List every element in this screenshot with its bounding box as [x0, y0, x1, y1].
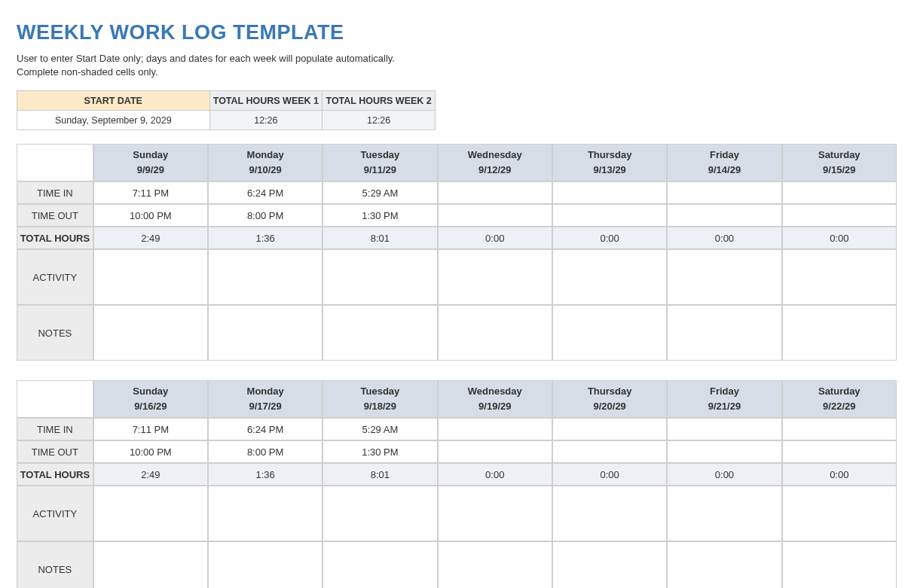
- instructions: User to enter Start Date only; days and …: [17, 52, 897, 78]
- time_in-cell[interactable]: 5:29 AM: [322, 418, 437, 440]
- time_in-cell[interactable]: 6:24 PM: [208, 181, 322, 204]
- total-cell: 1:36: [208, 227, 322, 249]
- day-header: Monday: [208, 380, 322, 399]
- time_out-cell[interactable]: [438, 204, 552, 227]
- activity-cell[interactable]: [667, 486, 781, 541]
- activity-cell[interactable]: [782, 486, 897, 541]
- notes-cell[interactable]: [438, 305, 552, 361]
- date-header: 9/21/29: [667, 399, 781, 418]
- start-date-cell[interactable]: Sunday, September 9, 2029: [17, 111, 210, 130]
- row-label-time_in: TIME IN: [17, 181, 93, 204]
- activity-cell[interactable]: [208, 486, 322, 541]
- notes-cell[interactable]: [93, 305, 208, 361]
- notes-cell[interactable]: [782, 541, 897, 588]
- summary-header-start-date: START DATE: [17, 91, 210, 111]
- activity-cell[interactable]: [93, 249, 208, 305]
- time_out-cell[interactable]: 1:30 PM: [322, 440, 437, 463]
- time_in-cell[interactable]: [782, 418, 897, 440]
- date-header: 9/12/29: [438, 163, 552, 181]
- summary-table: START DATE TOTAL HOURS WEEK 1 TOTAL HOUR…: [17, 90, 436, 130]
- day-header: Saturday: [782, 144, 897, 163]
- time_in-cell[interactable]: 7:11 PM: [93, 181, 208, 204]
- time_in-cell[interactable]: 5:29 AM: [322, 181, 437, 204]
- time_in-cell[interactable]: [438, 418, 552, 440]
- page-title: WEEKLY WORK LOG TEMPLATE: [17, 21, 897, 44]
- activity-cell[interactable]: [438, 486, 552, 541]
- date-header: 9/13/29: [552, 163, 667, 181]
- notes-cell[interactable]: [208, 305, 322, 361]
- day-header: Tuesday: [322, 380, 437, 399]
- date-header: 9/11/29: [322, 163, 437, 181]
- time_in-cell[interactable]: [438, 181, 552, 204]
- summary-header-total-week-2: TOTAL HOURS WEEK 2: [322, 91, 436, 111]
- notes-cell[interactable]: [438, 541, 552, 588]
- activity-cell[interactable]: [208, 249, 322, 305]
- instructions-line1: User to enter Start Date only; days and …: [17, 52, 897, 66]
- notes-cell[interactable]: [782, 305, 897, 361]
- notes-cell[interactable]: [322, 305, 437, 361]
- notes-cell[interactable]: [208, 541, 322, 588]
- time_out-cell[interactable]: [552, 204, 667, 227]
- time_out-cell[interactable]: [667, 204, 781, 227]
- total-cell: 2:49: [93, 463, 208, 486]
- time_in-cell[interactable]: [667, 418, 781, 440]
- date-header: 9/9/29: [93, 163, 208, 181]
- activity-cell[interactable]: [782, 249, 897, 305]
- total-cell: 0:00: [667, 227, 781, 249]
- day-header: Thursday: [552, 380, 667, 399]
- time_out-cell[interactable]: [552, 440, 667, 463]
- total-cell: 0:00: [552, 463, 667, 486]
- time_out-cell[interactable]: [782, 440, 897, 463]
- activity-cell[interactable]: [552, 249, 667, 305]
- notes-cell[interactable]: [667, 305, 781, 361]
- day-header: Saturday: [782, 380, 897, 399]
- time_out-cell[interactable]: 10:00 PM: [93, 204, 208, 227]
- time_out-cell[interactable]: 8:00 PM: [208, 440, 322, 463]
- date-header: 9/14/29: [667, 163, 781, 181]
- notes-cell[interactable]: [667, 541, 781, 588]
- total-week-1-cell: 12:26: [209, 111, 322, 130]
- notes-cell[interactable]: [552, 305, 667, 361]
- time_out-cell[interactable]: 8:00 PM: [208, 204, 322, 227]
- corner-cell: [17, 144, 93, 181]
- activity-cell[interactable]: [322, 249, 437, 305]
- instructions-line2: Complete non-shaded cells only.: [17, 66, 897, 79]
- notes-cell[interactable]: [322, 541, 437, 588]
- time_out-cell[interactable]: 1:30 PM: [322, 204, 437, 227]
- row-label-activity: ACTIVITY: [17, 486, 93, 541]
- date-header: 9/17/29: [208, 399, 322, 418]
- week-1-table: SundayMondayTuesdayWednesdayThursdayFrid…: [17, 144, 897, 361]
- time_out-cell[interactable]: [782, 204, 897, 227]
- day-header: Wednesday: [438, 144, 552, 163]
- activity-cell[interactable]: [322, 486, 437, 541]
- date-header: 9/19/29: [438, 399, 552, 418]
- date-header: 9/16/29: [93, 399, 208, 418]
- row-label-notes: NOTES: [17, 305, 93, 361]
- time_in-cell[interactable]: 6:24 PM: [208, 418, 322, 440]
- notes-cell[interactable]: [93, 541, 208, 588]
- time_in-cell[interactable]: 7:11 PM: [93, 418, 208, 440]
- row-label-total: TOTAL HOURS: [17, 463, 93, 486]
- row-label-time_out: TIME OUT: [17, 440, 93, 463]
- activity-cell[interactable]: [552, 486, 667, 541]
- notes-cell[interactable]: [552, 541, 667, 588]
- time_out-cell[interactable]: [438, 440, 552, 463]
- activity-cell[interactable]: [438, 249, 552, 305]
- time_in-cell[interactable]: [552, 418, 667, 440]
- time_out-cell[interactable]: 10:00 PM: [93, 440, 208, 463]
- date-header: 9/22/29: [782, 399, 897, 418]
- day-header: Wednesday: [438, 380, 552, 399]
- time_in-cell[interactable]: [667, 181, 781, 204]
- total-cell: 8:01: [322, 463, 437, 486]
- day-header: Friday: [667, 380, 781, 399]
- total-cell: 2:49: [93, 227, 208, 249]
- time_out-cell[interactable]: [667, 440, 781, 463]
- summary-header-total-week-1: TOTAL HOURS WEEK 1: [209, 91, 322, 111]
- activity-cell[interactable]: [667, 249, 781, 305]
- activity-cell[interactable]: [93, 486, 208, 541]
- time_in-cell[interactable]: [782, 181, 897, 204]
- day-header: Sunday: [93, 380, 208, 399]
- row-label-activity: ACTIVITY: [17, 249, 93, 305]
- time_in-cell[interactable]: [552, 181, 667, 204]
- total-cell: 0:00: [438, 227, 552, 249]
